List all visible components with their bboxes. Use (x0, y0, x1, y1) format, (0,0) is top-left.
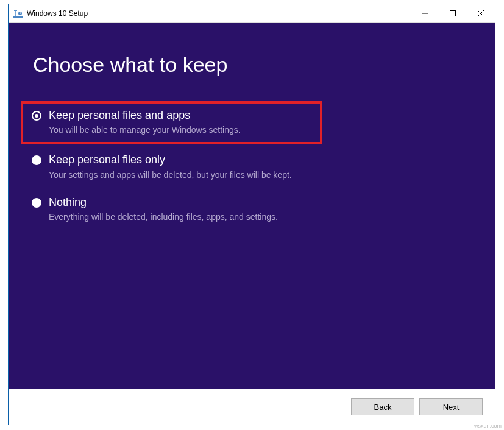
option-description: Everything will be deleted, including fi… (49, 212, 278, 222)
window-controls (411, 4, 495, 22)
option-description: Your settings and apps will be deleted, … (49, 170, 292, 180)
option-keep-files-and-apps[interactable]: Keep personal files and apps You will be… (21, 101, 322, 144)
radio-icon (32, 111, 41, 121)
svg-rect-0 (13, 16, 23, 18)
minimize-icon (422, 10, 428, 16)
titlebar: Windows 10 Setup (9, 4, 495, 23)
option-title: Keep personal files and apps (49, 108, 241, 122)
option-text: Nothing Everything will be deleted, incl… (49, 196, 278, 222)
close-button[interactable] (467, 4, 495, 22)
window-title: Windows 10 Setup (27, 9, 411, 18)
option-keep-files-only[interactable]: Keep personal files only Your settings a… (21, 147, 470, 189)
close-icon (478, 10, 484, 16)
option-nothing[interactable]: Nothing Everything will be deleted, incl… (21, 189, 470, 231)
back-button-label: Back (374, 403, 392, 412)
footer: Back Next (9, 389, 495, 425)
radio-icon (32, 198, 41, 208)
minimize-button[interactable] (411, 4, 439, 22)
back-button[interactable]: Back (351, 398, 414, 415)
page-heading: Choose what to keep (33, 53, 470, 77)
options-list: Keep personal files and apps You will be… (21, 101, 470, 231)
content-area: Choose what to keep Keep personal files … (9, 23, 495, 389)
app-icon (13, 9, 23, 18)
svg-rect-2 (14, 10, 17, 11)
maximize-icon (450, 10, 456, 16)
next-button-label: Next (443, 403, 460, 412)
option-title: Nothing (49, 196, 278, 210)
option-text: Keep personal files and apps You will be… (49, 108, 241, 135)
setup-window: Windows 10 Setup Choose what to keep Kee… (8, 4, 495, 425)
radio-icon (32, 155, 41, 165)
option-text: Keep personal files only Your settings a… (49, 153, 292, 179)
svg-rect-5 (450, 10, 456, 16)
option-description: You will be able to manage your Windows … (49, 125, 241, 135)
next-button[interactable]: Next (419, 398, 483, 415)
maximize-button[interactable] (439, 4, 467, 22)
watermark: wsxdn.com (474, 423, 502, 429)
svg-rect-1 (15, 10, 16, 16)
option-title: Keep personal files only (49, 153, 292, 167)
